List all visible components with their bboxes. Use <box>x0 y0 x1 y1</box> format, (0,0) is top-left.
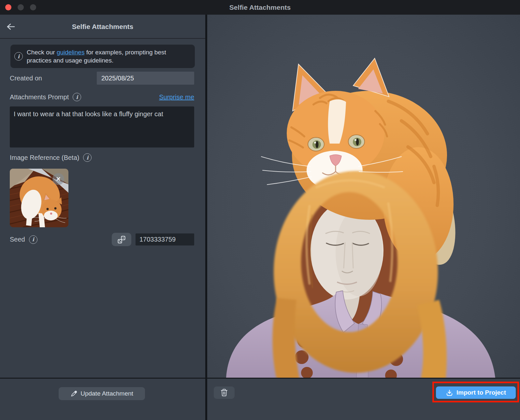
image-reference-row: Image Reference (Beta) i <box>10 153 194 162</box>
info-icon[interactable]: i <box>73 93 81 101</box>
trash-icon <box>220 388 228 397</box>
sidebar-bottom-bar: Update Attachment <box>0 378 205 420</box>
import-to-project-label: Import to Project <box>456 389 506 396</box>
attachments-prompt-label: Attachments Prompt <box>10 93 69 101</box>
update-attachment-label: Update Attachment <box>80 390 133 397</box>
dice-icon <box>117 235 126 244</box>
page-title: Selfie Attachments <box>0 15 205 38</box>
generated-preview-image <box>207 15 520 378</box>
info-icon[interactable]: i <box>29 235 37 244</box>
created-on-label: Created on <box>10 75 42 82</box>
prompt-textarea[interactable]: I want to wear a hat that looks like a f… <box>10 106 194 147</box>
sidebar-header: Selfie Attachments <box>0 15 205 39</box>
randomize-seed-button[interactable] <box>112 233 131 246</box>
created-on-row: Created on <box>10 72 194 85</box>
update-attachment-button[interactable]: Update Attachment <box>59 387 145 400</box>
guidelines-banner-text: Check our guidelines for examples, promp… <box>27 48 190 64</box>
app-window: Selfie Attachments Selfie Attachments i … <box>0 0 520 420</box>
preview-bottom-bar: Import to Project <box>207 378 520 420</box>
created-on-field[interactable] <box>97 72 194 85</box>
image-reference-label: Image Reference (Beta) <box>10 154 79 161</box>
window-title: Selfie Attachments <box>0 0 520 15</box>
sidebar: Selfie Attachments i Check our guideline… <box>0 15 205 420</box>
preview-panel <box>207 15 520 378</box>
seed-field[interactable] <box>136 233 194 245</box>
guidelines-link[interactable]: guidelines <box>57 49 85 56</box>
titlebar: Selfie Attachments <box>0 0 520 15</box>
info-icon: i <box>14 52 23 61</box>
pencil-icon <box>70 390 77 397</box>
info-icon[interactable]: i <box>83 153 92 162</box>
download-icon <box>446 389 453 397</box>
seed-row: Seed i <box>10 233 194 246</box>
attachments-prompt-row: Attachments Prompt i Surprise me <box>10 92 194 102</box>
x-icon: ✕ <box>56 175 61 183</box>
surprise-me-link[interactable]: Surprise me <box>159 93 194 101</box>
delete-button[interactable] <box>214 386 235 399</box>
remove-reference-button[interactable]: ✕ <box>52 173 64 185</box>
guidelines-banner: i Check our guidelines for examples, pro… <box>10 45 195 68</box>
import-to-project-button[interactable]: Import to Project <box>436 386 516 399</box>
seed-label: Seed <box>10 236 25 243</box>
